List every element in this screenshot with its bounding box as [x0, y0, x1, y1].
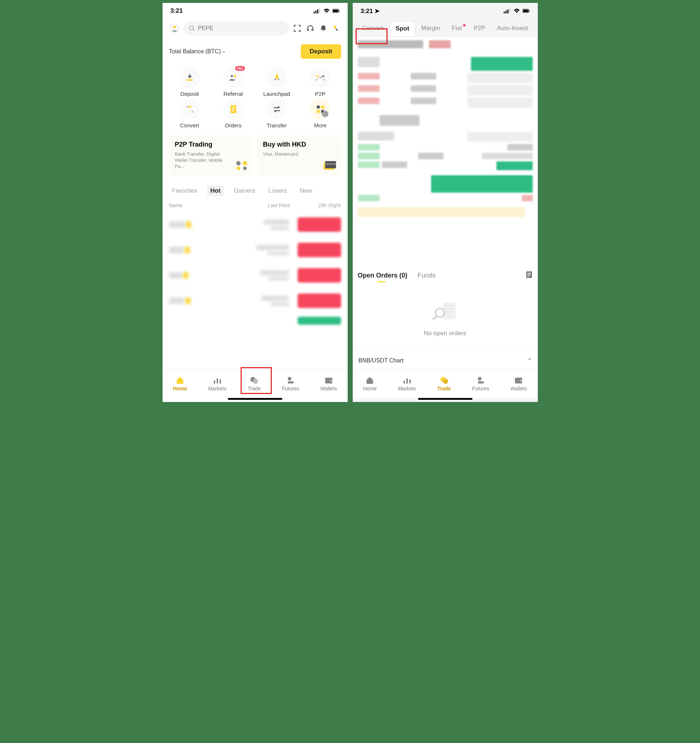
nav-trade[interactable]: Trade [437, 376, 451, 391]
tab-hot[interactable]: Hot [207, 186, 223, 196]
phone-right-trade: 3:21➤ Convert Spot Margin Fiat P2P Auto-… [353, 3, 538, 402]
svg-rect-36 [504, 12, 505, 13]
svg-rect-53 [403, 380, 405, 383]
nav-home[interactable]: Home [363, 376, 377, 391]
tab-losers[interactable]: Losers [265, 186, 289, 196]
home-indicator [418, 398, 473, 400]
support-icon[interactable] [306, 24, 315, 33]
search-input[interactable] [198, 25, 284, 31]
convert-icon [185, 105, 194, 114]
quick-deposit[interactable]: Deposit [169, 68, 211, 97]
tab-favorites[interactable]: Favorites [169, 186, 200, 196]
orders-icon [229, 105, 238, 114]
nav-futures[interactable]: Futures [282, 376, 299, 391]
wallet-icon [325, 376, 333, 384]
quick-transfer[interactable]: Transfer [256, 99, 298, 129]
nav-markets[interactable]: Markets [208, 376, 227, 391]
trade-tab-margin[interactable]: Margin [415, 21, 446, 36]
svg-rect-33 [288, 381, 294, 383]
svg-point-8 [190, 26, 193, 30]
home-indicator [228, 398, 282, 400]
svg-rect-2 [317, 9, 318, 13]
promo-p2p-trading[interactable]: P2P Trading Bank Transfer, Digital Walle… [169, 135, 253, 176]
svg-rect-41 [523, 10, 528, 12]
quick-orders[interactable]: Orders [213, 99, 254, 129]
status-time: 3:21 [171, 7, 183, 15]
svg-rect-0 [313, 12, 314, 13]
status-icons [313, 8, 340, 13]
promo-row: P2P Trading Bank Transfer, Digital Walle… [163, 129, 348, 179]
svg-point-21 [243, 161, 247, 166]
tab-open-orders[interactable]: Open Orders (0) [358, 272, 408, 279]
svg-point-58 [478, 377, 482, 380]
location-icon: ➤ [375, 7, 380, 15]
home-icon [365, 376, 374, 384]
deposit-button[interactable]: Deposit [301, 44, 341, 59]
quick-referral[interactable]: Hot Referral [213, 68, 254, 97]
nav-markets[interactable]: Markets [398, 376, 416, 391]
bottom-nav: Home Markets Trade Futures Wallets [163, 369, 348, 398]
orders-history-icon[interactable] [525, 271, 533, 280]
search-box[interactable] [184, 21, 289, 36]
promo-buy-hkd[interactable]: Buy with HKD Visa, Mastercard [257, 135, 341, 176]
trade-tab-p2p[interactable]: P2P [468, 21, 491, 36]
market-row[interactable] [169, 288, 341, 314]
market-tabs: Favorites Hot Gainers Losers New [163, 179, 348, 199]
wallet-icon [514, 376, 523, 384]
market-row[interactable] [169, 237, 341, 263]
scan-icon[interactable] [292, 24, 302, 33]
svg-rect-38 [507, 9, 509, 13]
header-row [163, 19, 348, 39]
p2p-icon [315, 74, 325, 81]
svg-rect-1 [315, 10, 316, 13]
svg-point-57 [443, 379, 448, 384]
edit-pencil-icon [322, 111, 328, 117]
nav-futures[interactable]: Futures [472, 376, 489, 391]
chevron-up-icon: ⌃ [527, 357, 532, 364]
svg-rect-3 [319, 8, 320, 13]
nav-trade[interactable]: Trade [248, 376, 261, 391]
tab-gainers[interactable]: Gainers [231, 186, 258, 196]
svg-rect-37 [506, 10, 507, 13]
status-time: 3:21➤ [361, 7, 380, 15]
status-bar: 3:21 [163, 3, 348, 19]
balance-label[interactable]: Total Balance (BTC) ▸ [169, 48, 225, 55]
svg-rect-48 [445, 305, 454, 306]
market-row[interactable] [169, 263, 341, 288]
chart-expand-row[interactable]: BNB/USDT Chart ⌃ [353, 352, 538, 369]
notification-icon[interactable] [319, 24, 328, 33]
cellular-icon [504, 8, 511, 13]
trade-tab-convert[interactable]: Convert [356, 21, 390, 36]
nav-home[interactable]: Home [173, 376, 187, 391]
quick-more[interactable]: More [300, 99, 341, 129]
card-promo-icon [323, 160, 337, 171]
trade-tab-fiat[interactable]: Fiat [446, 21, 468, 36]
markets-icon [403, 376, 411, 384]
market-list-header: Name Last Price 24h chg% [163, 199, 348, 212]
market-row[interactable] [169, 314, 341, 328]
svg-rect-42 [529, 10, 529, 12]
cellular-icon [313, 8, 321, 13]
tab-new[interactable]: New [297, 186, 315, 196]
market-row[interactable] [169, 212, 341, 237]
wallet-key-icon[interactable] [332, 24, 341, 33]
quick-convert[interactable]: Convert [169, 99, 211, 129]
quick-launchpad[interactable]: Launchpad [256, 68, 298, 97]
rocket-icon [272, 73, 282, 82]
trade-type-tabs: Convert Spot Margin Fiat P2P Auto-Invest [353, 21, 538, 36]
trade-icon [250, 376, 258, 384]
avatar-icon[interactable] [169, 23, 180, 34]
nav-wallets[interactable]: Wallets [320, 376, 337, 391]
quick-p2p[interactable]: P2P [300, 68, 341, 97]
trade-tab-spot[interactable]: Spot [389, 21, 415, 36]
svg-rect-61 [520, 380, 522, 382]
chevron-right-icon: ▸ [223, 49, 225, 54]
market-list[interactable] [163, 212, 348, 369]
nav-wallets[interactable]: Wallets [510, 376, 527, 391]
futures-icon [286, 376, 295, 384]
trade-tab-auto-invest[interactable]: Auto-Invest [491, 21, 534, 36]
trade-icon [440, 376, 448, 384]
tab-funds[interactable]: Funds [418, 272, 436, 279]
status-icons [504, 8, 530, 13]
orders-tabs: Open Orders (0) Funds [353, 264, 538, 282]
